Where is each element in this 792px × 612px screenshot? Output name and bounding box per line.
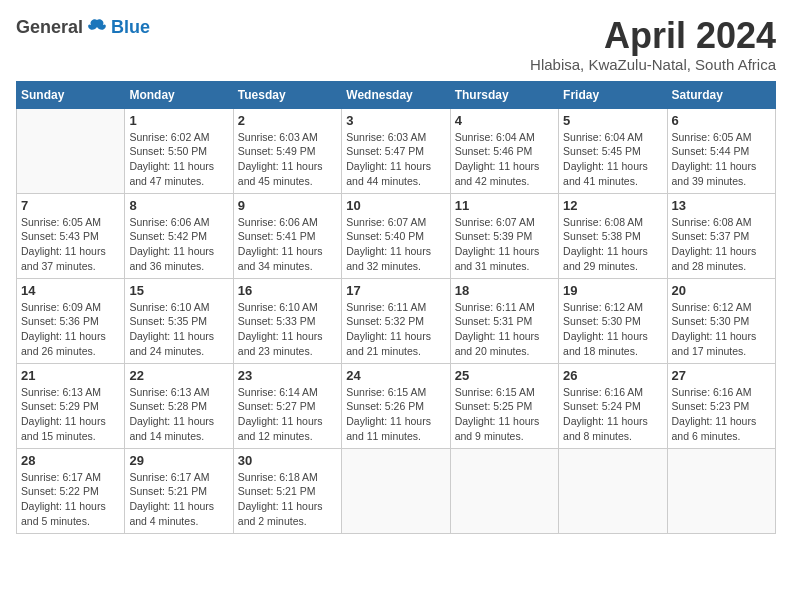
day-info: Sunrise: 6:10 AMSunset: 5:33 PMDaylight:… — [238, 300, 337, 359]
day-number: 8 — [129, 198, 228, 213]
calendar-cell: 12Sunrise: 6:08 AMSunset: 5:38 PMDayligh… — [559, 193, 667, 278]
calendar-table: SundayMondayTuesdayWednesdayThursdayFrid… — [16, 81, 776, 534]
day-number: 17 — [346, 283, 445, 298]
day-number: 16 — [238, 283, 337, 298]
day-info: Sunrise: 6:13 AMSunset: 5:28 PMDaylight:… — [129, 385, 228, 444]
day-info: Sunrise: 6:09 AMSunset: 5:36 PMDaylight:… — [21, 300, 120, 359]
day-info: Sunrise: 6:03 AMSunset: 5:47 PMDaylight:… — [346, 130, 445, 189]
day-info: Sunrise: 6:04 AMSunset: 5:45 PMDaylight:… — [563, 130, 662, 189]
calendar-cell: 17Sunrise: 6:11 AMSunset: 5:32 PMDayligh… — [342, 278, 450, 363]
day-number: 29 — [129, 453, 228, 468]
day-number: 11 — [455, 198, 554, 213]
day-number: 9 — [238, 198, 337, 213]
week-row-4: 21Sunrise: 6:13 AMSunset: 5:29 PMDayligh… — [17, 363, 776, 448]
calendar-cell: 22Sunrise: 6:13 AMSunset: 5:28 PMDayligh… — [125, 363, 233, 448]
day-number: 20 — [672, 283, 771, 298]
calendar-cell: 18Sunrise: 6:11 AMSunset: 5:31 PMDayligh… — [450, 278, 558, 363]
day-number: 14 — [21, 283, 120, 298]
day-number: 3 — [346, 113, 445, 128]
calendar-cell: 26Sunrise: 6:16 AMSunset: 5:24 PMDayligh… — [559, 363, 667, 448]
calendar-cell — [559, 448, 667, 533]
column-header-monday: Monday — [125, 81, 233, 108]
day-number: 23 — [238, 368, 337, 383]
calendar-cell — [667, 448, 775, 533]
day-info: Sunrise: 6:05 AMSunset: 5:44 PMDaylight:… — [672, 130, 771, 189]
day-number: 13 — [672, 198, 771, 213]
day-number: 4 — [455, 113, 554, 128]
day-number: 12 — [563, 198, 662, 213]
day-info: Sunrise: 6:08 AMSunset: 5:38 PMDaylight:… — [563, 215, 662, 274]
column-header-saturday: Saturday — [667, 81, 775, 108]
day-number: 7 — [21, 198, 120, 213]
calendar-cell: 20Sunrise: 6:12 AMSunset: 5:30 PMDayligh… — [667, 278, 775, 363]
calendar-cell — [17, 108, 125, 193]
day-info: Sunrise: 6:11 AMSunset: 5:31 PMDaylight:… — [455, 300, 554, 359]
day-info: Sunrise: 6:06 AMSunset: 5:42 PMDaylight:… — [129, 215, 228, 274]
calendar-cell: 24Sunrise: 6:15 AMSunset: 5:26 PMDayligh… — [342, 363, 450, 448]
day-info: Sunrise: 6:05 AMSunset: 5:43 PMDaylight:… — [21, 215, 120, 274]
day-number: 24 — [346, 368, 445, 383]
day-number: 1 — [129, 113, 228, 128]
calendar-cell: 8Sunrise: 6:06 AMSunset: 5:42 PMDaylight… — [125, 193, 233, 278]
column-header-tuesday: Tuesday — [233, 81, 341, 108]
calendar-cell: 3Sunrise: 6:03 AMSunset: 5:47 PMDaylight… — [342, 108, 450, 193]
week-row-2: 7Sunrise: 6:05 AMSunset: 5:43 PMDaylight… — [17, 193, 776, 278]
day-info: Sunrise: 6:10 AMSunset: 5:35 PMDaylight:… — [129, 300, 228, 359]
location: Hlabisa, KwaZulu-Natal, South Africa — [530, 56, 776, 73]
title-block: April 2024 Hlabisa, KwaZulu-Natal, South… — [530, 16, 776, 73]
calendar-cell: 19Sunrise: 6:12 AMSunset: 5:30 PMDayligh… — [559, 278, 667, 363]
day-info: Sunrise: 6:12 AMSunset: 5:30 PMDaylight:… — [672, 300, 771, 359]
calendar-cell: 25Sunrise: 6:15 AMSunset: 5:25 PMDayligh… — [450, 363, 558, 448]
week-row-3: 14Sunrise: 6:09 AMSunset: 5:36 PMDayligh… — [17, 278, 776, 363]
week-row-5: 28Sunrise: 6:17 AMSunset: 5:22 PMDayligh… — [17, 448, 776, 533]
column-header-friday: Friday — [559, 81, 667, 108]
logo-blue: Blue — [111, 17, 150, 38]
day-info: Sunrise: 6:18 AMSunset: 5:21 PMDaylight:… — [238, 470, 337, 529]
day-number: 28 — [21, 453, 120, 468]
day-info: Sunrise: 6:17 AMSunset: 5:22 PMDaylight:… — [21, 470, 120, 529]
column-header-thursday: Thursday — [450, 81, 558, 108]
day-number: 10 — [346, 198, 445, 213]
day-info: Sunrise: 6:03 AMSunset: 5:49 PMDaylight:… — [238, 130, 337, 189]
day-info: Sunrise: 6:16 AMSunset: 5:24 PMDaylight:… — [563, 385, 662, 444]
calendar-cell: 2Sunrise: 6:03 AMSunset: 5:49 PMDaylight… — [233, 108, 341, 193]
day-info: Sunrise: 6:12 AMSunset: 5:30 PMDaylight:… — [563, 300, 662, 359]
logo: General Blue — [16, 16, 150, 38]
calendar-cell: 15Sunrise: 6:10 AMSunset: 5:35 PMDayligh… — [125, 278, 233, 363]
calendar-cell: 11Sunrise: 6:07 AMSunset: 5:39 PMDayligh… — [450, 193, 558, 278]
day-number: 22 — [129, 368, 228, 383]
calendar-cell: 30Sunrise: 6:18 AMSunset: 5:21 PMDayligh… — [233, 448, 341, 533]
day-number: 2 — [238, 113, 337, 128]
calendar-cell: 28Sunrise: 6:17 AMSunset: 5:22 PMDayligh… — [17, 448, 125, 533]
day-number: 15 — [129, 283, 228, 298]
day-info: Sunrise: 6:02 AMSunset: 5:50 PMDaylight:… — [129, 130, 228, 189]
calendar-cell: 1Sunrise: 6:02 AMSunset: 5:50 PMDaylight… — [125, 108, 233, 193]
calendar-cell: 14Sunrise: 6:09 AMSunset: 5:36 PMDayligh… — [17, 278, 125, 363]
calendar-cell: 16Sunrise: 6:10 AMSunset: 5:33 PMDayligh… — [233, 278, 341, 363]
day-info: Sunrise: 6:07 AMSunset: 5:40 PMDaylight:… — [346, 215, 445, 274]
day-info: Sunrise: 6:15 AMSunset: 5:25 PMDaylight:… — [455, 385, 554, 444]
day-number: 19 — [563, 283, 662, 298]
column-header-wednesday: Wednesday — [342, 81, 450, 108]
day-number: 18 — [455, 283, 554, 298]
month-title: April 2024 — [530, 16, 776, 56]
day-number: 30 — [238, 453, 337, 468]
day-info: Sunrise: 6:16 AMSunset: 5:23 PMDaylight:… — [672, 385, 771, 444]
calendar-cell: 21Sunrise: 6:13 AMSunset: 5:29 PMDayligh… — [17, 363, 125, 448]
day-info: Sunrise: 6:13 AMSunset: 5:29 PMDaylight:… — [21, 385, 120, 444]
calendar-cell: 6Sunrise: 6:05 AMSunset: 5:44 PMDaylight… — [667, 108, 775, 193]
calendar-cell — [450, 448, 558, 533]
calendar-cell: 23Sunrise: 6:14 AMSunset: 5:27 PMDayligh… — [233, 363, 341, 448]
calendar-cell: 27Sunrise: 6:16 AMSunset: 5:23 PMDayligh… — [667, 363, 775, 448]
day-number: 5 — [563, 113, 662, 128]
day-number: 27 — [672, 368, 771, 383]
calendar-cell: 29Sunrise: 6:17 AMSunset: 5:21 PMDayligh… — [125, 448, 233, 533]
column-header-sunday: Sunday — [17, 81, 125, 108]
calendar-cell: 7Sunrise: 6:05 AMSunset: 5:43 PMDaylight… — [17, 193, 125, 278]
calendar-cell: 9Sunrise: 6:06 AMSunset: 5:41 PMDaylight… — [233, 193, 341, 278]
day-info: Sunrise: 6:08 AMSunset: 5:37 PMDaylight:… — [672, 215, 771, 274]
calendar-cell: 4Sunrise: 6:04 AMSunset: 5:46 PMDaylight… — [450, 108, 558, 193]
day-number: 25 — [455, 368, 554, 383]
day-number: 21 — [21, 368, 120, 383]
logo-general: General — [16, 17, 83, 38]
